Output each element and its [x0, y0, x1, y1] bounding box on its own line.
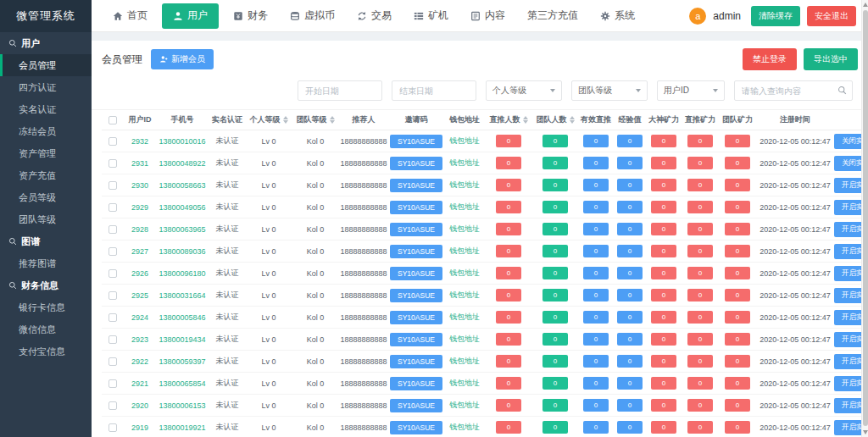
scrollbar-down-icon[interactable]	[863, 430, 868, 434]
add-member-button[interactable]: 新增会员	[151, 49, 214, 69]
invite-code-button[interactable]: SY10ASUE	[390, 399, 442, 412]
invite-code-button[interactable]: SY10ASUE	[390, 245, 442, 258]
wallet-link[interactable]: 钱包地址	[449, 136, 480, 147]
cell-text: 未认证	[216, 268, 239, 279]
scrollbar-up-icon[interactable]	[863, 3, 868, 7]
invite-code-button[interactable]: SY10ASUE	[390, 223, 442, 236]
sidebar-item[interactable]: 实名认证	[0, 98, 92, 120]
cell-text: 18888888888	[340, 357, 387, 366]
sidebar-item[interactable]: 资产充值	[0, 164, 92, 186]
logout-button[interactable]: 安全退出	[807, 6, 856, 26]
table-row: 292613800096180未认证Lv 0Kol 018888888888SY…	[102, 263, 868, 285]
invite-code-button[interactable]: SY10ASUE	[390, 179, 442, 192]
row-checkbox[interactable]	[108, 137, 117, 146]
invite-code-button[interactable]: SY10ASUE	[390, 377, 442, 390]
nav-item-2[interactable]: 财务	[222, 0, 279, 32]
wallet-link[interactable]: 钱包地址	[449, 224, 480, 235]
sort-icon[interactable]	[283, 116, 288, 124]
cell-text: 未认证	[216, 422, 239, 433]
team-level-select[interactable]: 团队等级	[571, 80, 648, 101]
select-all-checkbox[interactable]	[108, 116, 117, 124]
scrollbar[interactable]	[861, 0, 868, 437]
row-checkbox[interactable]	[108, 247, 117, 256]
row-checkbox[interactable]	[108, 269, 117, 278]
invite-code-button[interactable]: SY10ASUE	[390, 333, 442, 346]
search-icon[interactable]	[837, 86, 847, 95]
wallet-link[interactable]: 钱包地址	[449, 378, 480, 389]
cell-text: 2020-12-05 00:12:47	[760, 335, 831, 344]
sidebar-item[interactable]: 支付宝信息	[0, 340, 92, 362]
sort-icon[interactable]	[330, 116, 335, 124]
sidebar-item[interactable]: 冻结会员	[0, 120, 92, 142]
wallet-link[interactable]: 钱包地址	[449, 158, 480, 169]
end-date-input[interactable]	[392, 80, 476, 101]
row-checkbox[interactable]	[108, 423, 117, 432]
cell-time: 2020-12-05 00:12:47	[756, 159, 834, 168]
wallet-link[interactable]: 钱包地址	[449, 312, 480, 323]
nav-item-1[interactable]: 用户	[162, 3, 219, 29]
start-date-input[interactable]	[298, 80, 382, 101]
sidebar-section-2[interactable]: 财务信息	[0, 274, 92, 296]
export-selected-button[interactable]: 导出选中	[804, 48, 858, 70]
row-checkbox[interactable]	[108, 379, 117, 388]
wallet-link[interactable]: 钱包地址	[449, 356, 480, 367]
sort-icon[interactable]	[523, 116, 528, 124]
wallet-link[interactable]: 钱包地址	[449, 180, 480, 191]
cell-invite_code: SY10ASUE	[388, 267, 444, 280]
invite-code-button[interactable]: SY10ASUE	[390, 311, 442, 324]
cell-text: 13800019921	[159, 423, 205, 432]
wallet-link[interactable]: 钱包地址	[449, 334, 480, 345]
invite-code-button[interactable]: SY10ASUE	[390, 355, 442, 368]
invite-code-button[interactable]: SY10ASUE	[390, 267, 442, 280]
row-checkbox[interactable]	[108, 159, 117, 168]
invite-code-button[interactable]: SY10ASUE	[390, 201, 442, 214]
sidebar-item[interactable]: 团队等级	[0, 208, 92, 230]
row-checkbox[interactable]	[108, 401, 117, 410]
personal-level-select[interactable]: 个人等级	[486, 80, 562, 101]
row-checkbox[interactable]	[108, 181, 117, 190]
sidebar-section-1[interactable]: 图谱	[0, 230, 92, 252]
row-checkbox[interactable]	[108, 291, 117, 300]
row-checkbox[interactable]	[108, 203, 117, 212]
wallet-link[interactable]: 钱包地址	[449, 422, 480, 433]
invite-code-button[interactable]: SY10ASUE	[390, 421, 442, 434]
row-checkbox[interactable]	[108, 335, 117, 344]
sort-icon[interactable]	[570, 116, 575, 124]
invite-code-button[interactable]: SY10ASUE	[390, 289, 442, 302]
wallet-link[interactable]: 钱包地址	[449, 400, 480, 411]
nav-item-6[interactable]: 内容	[459, 0, 516, 32]
scrollbar-thumb[interactable]	[863, 10, 868, 426]
invite-code-button[interactable]: SY10ASUE	[390, 135, 442, 148]
sidebar-item[interactable]: 四方认证	[0, 76, 92, 98]
sidebar-item[interactable]: 资产管理	[0, 142, 92, 164]
sidebar-item[interactable]: 会员管理	[0, 54, 92, 76]
nav-item-3[interactable]: 虚拟币	[279, 0, 346, 32]
sidebar-item[interactable]: 推荐图谱	[0, 252, 92, 274]
nav-item-7[interactable]: 第三方充值	[516, 0, 589, 32]
invite-code-button[interactable]: SY10ASUE	[390, 157, 442, 170]
user-id-select[interactable]: 用户ID	[657, 80, 725, 101]
nav-item-4[interactable]: 交易	[346, 0, 403, 32]
cell-badge: 0	[682, 179, 719, 191]
wallet-link[interactable]: 钱包地址	[449, 202, 480, 213]
sidebar-item[interactable]: 微信信息	[0, 318, 92, 340]
cell-badge: 0	[646, 245, 682, 257]
avatar[interactable]: a	[689, 8, 706, 25]
nav-item-8[interactable]: 系统	[589, 0, 646, 32]
clear-cache-button[interactable]: 清除缓存	[751, 6, 800, 26]
nav-item-5[interactable]: 矿机	[403, 0, 459, 32]
row-checkbox[interactable]	[108, 313, 117, 322]
wallet-link[interactable]: 钱包地址	[449, 290, 480, 301]
cell-referrer: 18888888888	[339, 401, 388, 410]
sidebar-item[interactable]: 会员等级	[0, 186, 92, 208]
wallet-link[interactable]: 钱包地址	[449, 268, 480, 279]
row-checkbox[interactable]	[108, 225, 117, 234]
sidebar-item[interactable]: 银行卡信息	[0, 296, 92, 318]
nav-item-0[interactable]: 首页	[102, 0, 159, 32]
cell-badge: 0	[719, 421, 756, 434]
search-input[interactable]	[734, 80, 853, 101]
wallet-link[interactable]: 钱包地址	[449, 246, 480, 257]
sidebar-section-0[interactable]: 用户	[0, 32, 92, 54]
row-checkbox[interactable]	[108, 357, 117, 366]
forbid-login-button[interactable]: 禁止登录	[743, 48, 797, 70]
